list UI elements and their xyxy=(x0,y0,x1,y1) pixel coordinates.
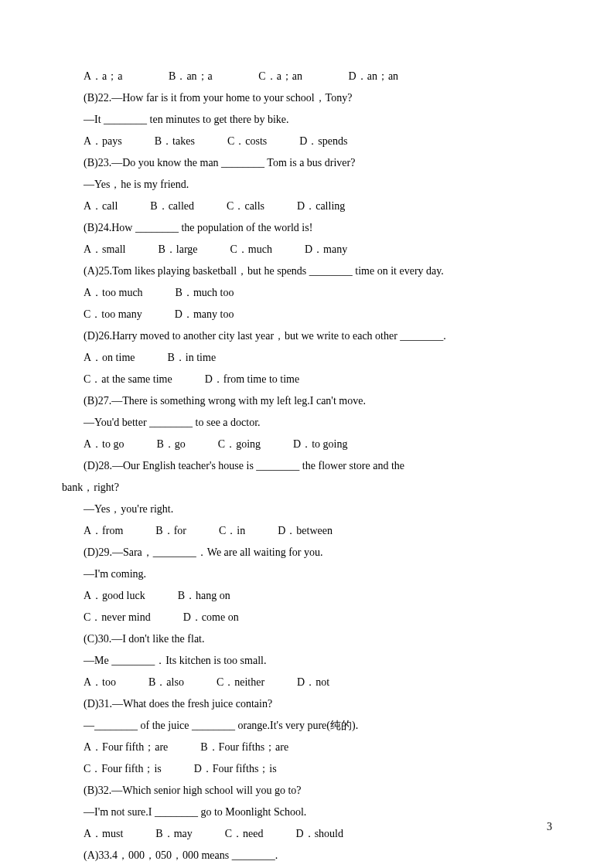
text-line: A．Four fifth；are B．Four fifths；are xyxy=(62,737,552,758)
text-line: A．pays B．takes C．costs D．spends xyxy=(62,131,552,152)
text-line: A．to go B．go C．going D．to going xyxy=(62,434,552,455)
text-line: A．good luck B．hang on xyxy=(62,585,552,607)
text-line: C．never mind D．come on xyxy=(62,607,552,628)
text-line: A．too B．also C．neither D．not xyxy=(62,672,552,693)
text-line: (D)28.—Our English teacher's house is __… xyxy=(62,455,552,477)
text-line: (D)26.Harry moved to another city last y… xyxy=(62,325,552,347)
text-line: (B)22.—How far is it from your home to y… xyxy=(62,87,552,109)
text-line: A．on time B．in time xyxy=(62,347,552,369)
text-line: (B)24.How ________ the population of the… xyxy=(62,217,552,239)
text-line: —I'm coming. xyxy=(62,563,552,585)
text-line: (B)27.—There is something wrong with my … xyxy=(62,390,552,412)
text-line: (B)23.—Do you know the man ________ Tom … xyxy=(62,152,552,174)
text-line: A．must B．may C．need D．should xyxy=(62,823,552,845)
text-line: (B)32.—Which senior high school will you… xyxy=(62,780,552,802)
text-line: A．from B．for C．in D．between xyxy=(62,520,552,542)
text-line: A．too much B．much too xyxy=(62,282,552,304)
document-page: A．a；a B．an；a C．a；an D．an；an(B)22.—How fa… xyxy=(0,0,614,868)
document-content: A．a；a B．an；a C．a；an D．an；an(B)22.—How fa… xyxy=(62,66,552,868)
text-line: —Yes，you're right. xyxy=(62,499,552,520)
text-line: —It ________ ten minutes to get there by… xyxy=(62,109,552,131)
text-line: —Yes，he is my friend. xyxy=(62,174,552,196)
text-line: A．small B．large C．much D．many xyxy=(62,239,552,260)
text-line: C．at the same time D．from time to time xyxy=(62,369,552,390)
page-number: 3 xyxy=(547,821,552,833)
text-line: (A)25.Tom likes playing basketball，but h… xyxy=(62,260,552,282)
text-line: (D)31.—What does the fresh juice contain… xyxy=(62,693,552,715)
text-line: A．call B．called C．calls D．calling xyxy=(62,196,552,217)
text-line: bank，right? xyxy=(62,477,552,499)
text-line: (C)30.—I don't like the flat. xyxy=(62,628,552,650)
text-line: C．Four fifth；is D．Four fifths；is xyxy=(62,758,552,780)
text-line: (D)29.—Sara，________．We are all waiting … xyxy=(62,542,552,563)
text-line: (A)33.4，000，050，000 means ________. xyxy=(62,845,552,866)
text-line: C．too many D．many too xyxy=(62,304,552,325)
text-line: —________ of the juice ________ orange.I… xyxy=(62,715,552,737)
text-line: —Me ________．Its kitchen is too small. xyxy=(62,650,552,672)
text-line: —You'd better ________ to see a doctor. xyxy=(62,412,552,434)
text-line: —I'm not sure.I ________ go to Moonlight… xyxy=(62,802,552,823)
text-line: A．a；a B．an；a C．a；an D．an；an xyxy=(62,66,552,87)
